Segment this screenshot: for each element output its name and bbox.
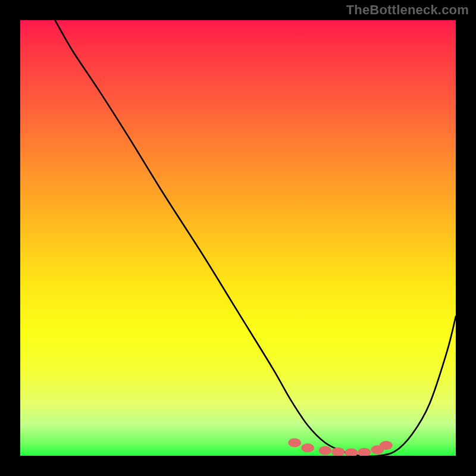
chart-frame: TheBottleneck.com [0, 0, 476, 476]
optimal-range-marker [331, 447, 345, 456]
optimal-range-marker [380, 441, 393, 450]
bottleneck-curve-svg [20, 20, 456, 456]
optimal-range-marker [301, 443, 314, 452]
watermark-text: TheBottleneck.com [346, 2, 469, 18]
plot-area [20, 20, 456, 456]
optimal-range-marker [345, 448, 358, 456]
optimal-range-marker [318, 446, 331, 455]
bottleneck-curve [55, 20, 456, 456]
optimal-range-markers [288, 439, 393, 456]
optimal-range-marker [288, 439, 301, 447]
optimal-range-marker [358, 448, 371, 456]
